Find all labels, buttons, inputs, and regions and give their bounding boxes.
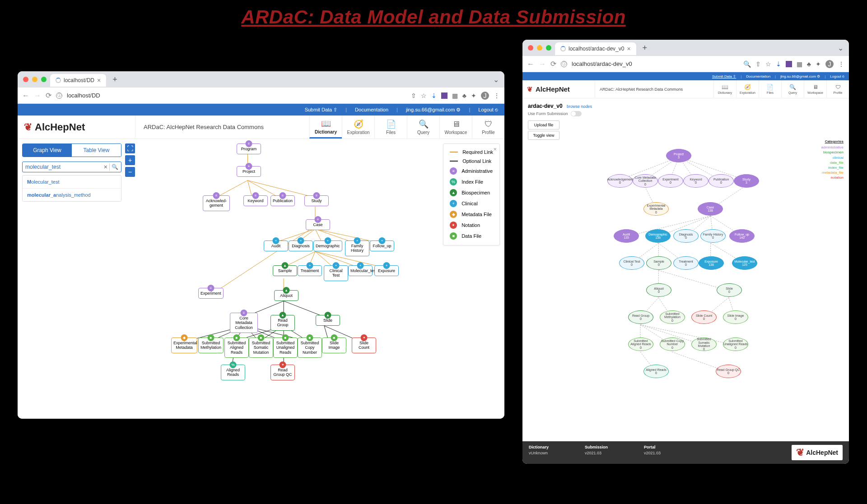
onode-exposure[interactable]: Exposure138	[699, 256, 724, 270]
documentation-link[interactable]: Documentation	[746, 74, 770, 79]
user-email[interactable]: jing.su.66@gmail.com ⚙	[780, 74, 820, 79]
maximize-icon[interactable]	[41, 77, 47, 82]
documentation-link[interactable]: Documentation	[355, 107, 388, 112]
url-field[interactable]: localhost/ardac-dev_v0	[572, 60, 739, 67]
onode-readgroup[interactable]: Read Group0	[628, 310, 653, 324]
share-icon[interactable]: ⇧	[411, 92, 416, 99]
onode-subalign[interactable]: Submitted Aligned Reads0	[628, 338, 653, 351]
nav-files[interactable]: 📄Files	[374, 116, 407, 139]
node-slideimg[interactable]: ■Slide Image	[322, 338, 346, 353]
logout-link[interactable]: Logout ⎋	[830, 74, 844, 79]
node-ack[interactable]: ≡Acknowled-gement	[203, 195, 230, 211]
onode-clintest[interactable]: Clinical Test0	[619, 256, 644, 270]
node-readgroupqc[interactable]: ✦Read Group QC	[270, 365, 295, 380]
dropbox-icon[interactable]: ⇣	[431, 92, 437, 99]
node-subcopy[interactable]: ■Submitted Copy Number	[298, 338, 322, 358]
onode-keyword[interactable]: Keyword0	[683, 174, 709, 188]
onode-publication[interactable]: Publication0	[709, 174, 734, 188]
node-subunalign[interactable]: ■Submitted Unaligned Reads	[273, 338, 298, 358]
onode-subsom[interactable]: Submitted Somatic Mutation0	[691, 338, 717, 351]
minimize-icon[interactable]	[537, 45, 542, 51]
close-tab-icon[interactable]: ×	[97, 77, 101, 84]
onode-slideimg[interactable]: Slide Image0	[723, 310, 748, 324]
browser-tab[interactable]: localhost/ardac-dev_v0 ×	[555, 42, 636, 55]
nav-query[interactable]: 🔍Query	[407, 116, 439, 139]
node-project[interactable]: ≡Project	[237, 166, 261, 177]
menu-icon[interactable]: ⋮	[494, 92, 500, 99]
node-clintest[interactable]: +Clinical Test	[324, 265, 348, 281]
submission-graph[interactable]: Project3 Acknowledgement0 Core Metadata …	[522, 139, 849, 441]
node-readgroup[interactable]: ▲Read Group	[270, 315, 295, 331]
node-exposure[interactable]: +Exposure	[374, 265, 399, 276]
dropbox-icon[interactable]: ⇣	[776, 60, 781, 68]
onode-slidecount[interactable]: Slide Count0	[691, 310, 717, 324]
nav-profile[interactable]: 🛡Profile	[826, 80, 849, 98]
node-publication[interactable]: ≡Publication	[270, 195, 295, 206]
onode-family[interactable]: Family History0	[700, 229, 726, 243]
suggestion-item[interactable]: molecular_analysis_method	[23, 189, 121, 201]
browse-nodes-link[interactable]: browse nodes	[567, 104, 592, 109]
extension-icon-2[interactable]: ▦	[452, 92, 458, 99]
node-subalign[interactable]: ■Submitted Aligned Reads	[224, 338, 249, 358]
user-email[interactable]: jing.su.66@gmail.com ⚙	[406, 107, 461, 113]
logout-link[interactable]: Logout ⎋	[478, 107, 498, 112]
extensions-menu-icon[interactable]: ✦	[816, 60, 821, 68]
extension-icon-3[interactable]: ♣	[462, 92, 466, 99]
reload-button[interactable]: ⟳	[46, 91, 51, 100]
node-audit[interactable]: +Audit	[264, 240, 288, 251]
onode-slide[interactable]: Slide0	[717, 283, 742, 297]
search-icon[interactable]: 🔍	[112, 164, 118, 170]
search-icon-addr[interactable]: 🔍	[743, 60, 751, 68]
onode-experiment[interactable]: Experiment0	[658, 174, 683, 188]
extension-icon[interactable]	[441, 92, 447, 99]
node-keyword[interactable]: ≡Keyword	[243, 195, 268, 206]
logo[interactable]: ❦ AlcHepNet	[18, 121, 135, 133]
extension-icon-2[interactable]: ▦	[797, 60, 802, 68]
upload-file-button[interactable]: Upload file	[528, 120, 559, 129]
reload-button[interactable]: ⟳	[550, 60, 556, 68]
chevron-down-icon[interactable]: ⌄	[493, 75, 499, 84]
traffic-lights[interactable]	[23, 77, 47, 82]
nav-exploration[interactable]: 🧭Exploration	[342, 116, 374, 139]
node-diagnosis[interactable]: +Diagnosis	[289, 240, 313, 251]
onode-demographic[interactable]: Demographic138	[645, 229, 671, 243]
node-treatment[interactable]: +Treatment	[298, 265, 322, 276]
graph-view-button[interactable]: Graph View	[23, 144, 72, 157]
data-model-graph[interactable]: ≡Program ≡Project ≡Acknowled-gement ≡Key…	[135, 139, 504, 419]
close-icon[interactable]	[528, 45, 533, 51]
browser-tab[interactable]: localhost/DD ×	[50, 74, 106, 87]
toggle-view-button[interactable]: Toggle view	[528, 131, 559, 140]
extensions-menu-icon[interactable]: ✦	[471, 92, 476, 99]
suggestion-item[interactable]: Molecular_test	[23, 176, 121, 189]
menu-icon[interactable]: ⋮	[838, 60, 844, 68]
onode-study[interactable]: Study3	[734, 174, 759, 188]
extension-icon[interactable]	[786, 61, 792, 67]
onode-readgroupqc[interactable]: Read Group QC0	[716, 365, 741, 378]
submit-data-link[interactable]: Submit Data ⇧	[712, 74, 736, 79]
node-followup[interactable]: +Follow_up	[370, 240, 394, 251]
onode-audit[interactable]: Audit135	[614, 229, 639, 243]
minimize-icon[interactable]	[32, 77, 37, 82]
nav-exploration[interactable]: 🧭Exploration	[736, 80, 759, 98]
node-moltest[interactable]: +Molecular_test	[348, 265, 373, 276]
onode-followup[interactable]: Follow_up140	[729, 229, 755, 243]
forward-button[interactable]: →	[34, 92, 41, 100]
search-input[interactable]	[25, 164, 102, 170]
search-field[interactable]: × 🔍	[22, 162, 121, 172]
close-tab-icon[interactable]: ×	[627, 45, 630, 52]
node-study[interactable]: ≡Study	[304, 195, 329, 206]
site-info-icon[interactable]: ⓘ	[56, 92, 62, 99]
new-tab-button[interactable]: +	[112, 75, 117, 84]
node-subsom[interactable]: ■Submitted Somatic Mutation	[249, 338, 273, 358]
onode-diagnosis[interactable]: Diagnosis0	[673, 229, 699, 243]
onode-submeth[interactable]: Submitted Methylation0	[660, 310, 685, 324]
node-program[interactable]: ≡Program	[237, 143, 261, 154]
onode-subunalign[interactable]: Submitted Unaligned Reads0	[723, 338, 748, 351]
nav-dictionary[interactable]: 📖Dictionary	[309, 116, 342, 139]
onode-moltest[interactable]: Molecular_test125	[732, 256, 757, 270]
node-sample[interactable]: ▲Sample	[273, 265, 297, 276]
onode-alignreads[interactable]: Aligned Reads0	[643, 365, 669, 378]
share-icon[interactable]: ⇧	[755, 60, 761, 68]
logo[interactable]: ❦ AlcHepNet	[522, 85, 595, 93]
site-info-icon[interactable]: ⓘ	[561, 61, 567, 67]
